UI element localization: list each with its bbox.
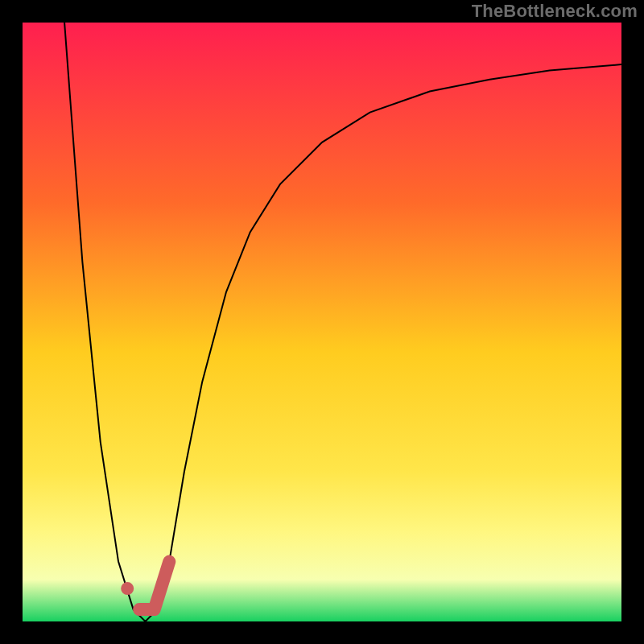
marker-dot [121, 582, 134, 595]
chart-plot-area [23, 23, 621, 621]
chart-svg [23, 23, 621, 621]
chart-frame: TheBottleneck.com [0, 0, 644, 644]
watermark-text: TheBottleneck.com [472, 1, 638, 22]
chart-background-gradient [23, 23, 621, 621]
